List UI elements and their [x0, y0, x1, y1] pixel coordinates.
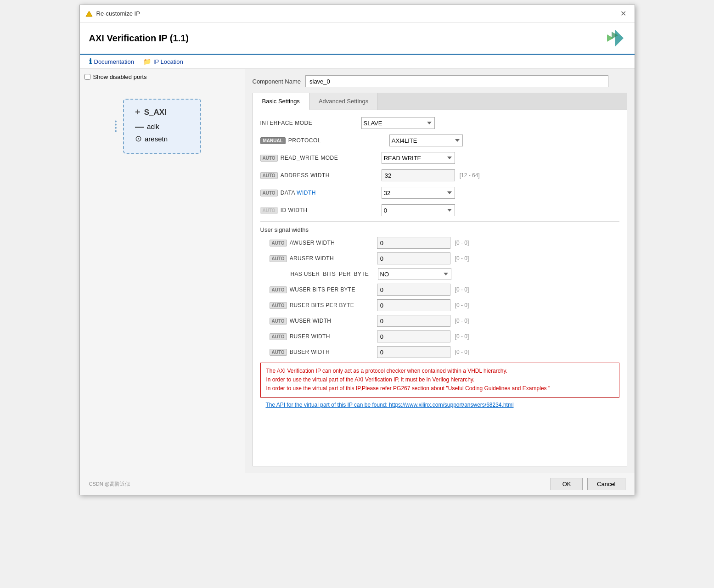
protocol-label: PROTOCOL	[288, 137, 389, 144]
main-content: Show disabled ports + S_AXI	[80, 69, 635, 473]
protocol-select[interactable]: AXI4LITE AXI4 AXI3	[389, 134, 463, 146]
buser-width-label: BUSER WIDTH	[290, 349, 377, 355]
api-link[interactable]: The API for the virtual part of this IP …	[260, 398, 619, 412]
show-ports-label[interactable]: Show disabled ports	[84, 73, 240, 80]
cancel-button[interactable]: Cancel	[587, 478, 625, 490]
data-width-label: DATA WIDTH	[281, 190, 382, 196]
documentation-link[interactable]: ℹ Documentation	[89, 57, 134, 66]
awuser-range: [0 - 0]	[455, 240, 469, 246]
port-name: S_AXI	[144, 108, 167, 117]
tabs-header: Basic Settings Advanced Settings	[253, 93, 627, 110]
documentation-label: Documentation	[94, 58, 134, 65]
notice-line3: In order to use the virtual part of this…	[266, 384, 613, 393]
tab-advanced-settings[interactable]: Advanced Settings	[309, 93, 378, 110]
id-width-label: ID WIDTH	[281, 207, 382, 213]
auto-badge-data: AUTO	[260, 190, 278, 196]
signal1-label: aclk	[147, 123, 159, 130]
tab-basic-settings[interactable]: Basic Settings	[253, 93, 309, 110]
show-ports-checkbox[interactable]	[84, 74, 90, 80]
has-user-bits-row: HAS USER_BITS_PER_BYTE NO YES	[270, 268, 619, 280]
has-user-bits-select[interactable]: NO YES	[378, 268, 451, 280]
ruser-bits-label: RUSER BITS PER BYTE	[290, 302, 377, 308]
svg-marker-0	[86, 11, 92, 17]
buser-width-input[interactable]	[377, 346, 450, 358]
dash-icon: —	[135, 121, 144, 132]
wuser-width-input[interactable]	[377, 315, 450, 327]
signal2-label: aresetn	[145, 135, 168, 143]
left-panel: Show disabled ports + S_AXI	[80, 69, 245, 473]
manual-badge: MANUAL	[260, 137, 286, 144]
signal2-row: ⊙ aresetn	[135, 134, 168, 144]
auto-badge-aruser: AUTO	[270, 255, 287, 262]
toolbar-row: ℹ Documentation 📁 IP Location	[80, 55, 635, 69]
settings-content: INTERFACE MODE SLAVE MASTER MANUAL PROTO…	[253, 110, 627, 466]
read-write-mode-label: READ_WRITE MODE	[281, 155, 382, 161]
circle-icon: ⊙	[135, 134, 142, 144]
aruser-width-input[interactable]	[377, 252, 450, 264]
drag-handle	[115, 121, 117, 132]
data-width-label-blue: WIDTH	[297, 190, 316, 196]
auto-badge-ruwidth: AUTO	[270, 333, 287, 340]
auto-badge-wubits: AUTO	[270, 286, 287, 293]
address-width-row: AUTO ADDRESS WIDTH [12 - 64]	[260, 169, 619, 182]
info-icon: ℹ	[89, 57, 92, 66]
address-width-range: [12 - 64]	[460, 172, 480, 179]
component-box: + S_AXI — aclk ⊙ aresetn	[123, 99, 201, 154]
auto-badge-wuwidth: AUTO	[270, 318, 287, 325]
dialog-container: Re-customize IP ✕ AXI Verification IP (1…	[79, 5, 635, 495]
wuser-width-label: WUSER WIDTH	[290, 318, 377, 324]
data-width-row: AUTO DATA WIDTH 32 64 128	[260, 186, 619, 199]
interface-mode-select[interactable]: SLAVE MASTER	[361, 117, 435, 129]
component-diagram: + S_AXI — aclk ⊙ aresetn	[84, 99, 240, 154]
user-signals-section: AUTO AWUSER WIDTH [0 - 0] AUTO ARUSER WI…	[260, 237, 619, 358]
notice-line1: The AXI Verification IP can only act as …	[266, 367, 613, 375]
close-button[interactable]: ✕	[618, 9, 629, 18]
user-signals-title: User signal widths	[260, 226, 619, 233]
awuser-width-row: AUTO AWUSER WIDTH [0 - 0]	[270, 237, 619, 249]
ruser-bits-input[interactable]	[377, 299, 450, 311]
app-title: AXI Verification IP (1.1)	[89, 33, 189, 44]
auto-badge-awuser: AUTO	[270, 240, 287, 246]
signal1-row: — aclk	[135, 121, 159, 132]
wuser-bits-label: WUSER BITS PER BYTE	[290, 286, 377, 293]
ruser-width-range: [0 - 0]	[455, 333, 469, 340]
title-bar: Re-customize IP ✕	[80, 5, 635, 22]
auto-badge-addr: AUTO	[260, 172, 278, 179]
ruser-bits-range: [0 - 0]	[455, 302, 469, 308]
footer: CSDN @高阶近似 OK Cancel	[80, 473, 635, 495]
awuser-width-input[interactable]	[377, 237, 450, 249]
data-width-select[interactable]: 32 64 128	[382, 187, 455, 199]
awuser-width-label: AWUSER WIDTH	[290, 240, 377, 246]
ruser-width-row: AUTO RUSER WIDTH [0 - 0]	[270, 330, 619, 342]
plus-icon: +	[135, 107, 141, 118]
id-width-select[interactable]: 0 1 2	[382, 204, 455, 216]
has-user-bits-label: HAS USER_BITS_PER_BYTE	[291, 271, 378, 277]
read-write-mode-select[interactable]: READ WRITE READ ONLY WRITE ONLY	[382, 152, 455, 164]
footer-credit: CSDN @高阶近似	[89, 481, 130, 487]
wuser-bits-row: AUTO WUSER BITS PER BYTE [0 - 0]	[270, 284, 619, 296]
right-panel: Component Name Basic Settings Advanced S…	[245, 69, 635, 473]
wuser-bits-input[interactable]	[377, 284, 450, 296]
auto-badge-rubits: AUTO	[270, 302, 287, 309]
wuser-width-range: [0 - 0]	[455, 318, 469, 324]
aruser-width-label: ARUSER WIDTH	[290, 255, 377, 262]
ip-location-link[interactable]: 📁 IP Location	[143, 58, 183, 65]
port-plus-row: + S_AXI	[135, 107, 167, 118]
auto-badge-buwidth: AUTO	[270, 349, 287, 356]
ok-button[interactable]: OK	[551, 478, 583, 490]
address-width-input[interactable]	[382, 169, 455, 181]
section-divider-1	[260, 221, 619, 222]
auto-badge-id: AUTO	[260, 207, 278, 214]
ip-location-label: IP Location	[153, 58, 183, 65]
aruser-range: [0 - 0]	[455, 255, 469, 262]
ruser-width-input[interactable]	[377, 330, 450, 342]
notice-box: The AXI Verification IP can only act as …	[260, 363, 619, 398]
buser-width-row: AUTO BUSER WIDTH [0 - 0]	[270, 346, 619, 358]
protocol-row: MANUAL PROTOCOL AXI4LITE AXI4 AXI3	[260, 134, 619, 147]
address-width-label: ADDRESS WIDTH	[281, 172, 382, 179]
ruser-bits-row: AUTO RUSER BITS PER BYTE [0 - 0]	[270, 299, 619, 311]
component-name-input[interactable]	[305, 75, 608, 87]
wuser-bits-range: [0 - 0]	[455, 286, 469, 293]
buser-width-range: [0 - 0]	[455, 349, 469, 355]
id-width-row: AUTO ID WIDTH 0 1 2	[260, 204, 619, 217]
